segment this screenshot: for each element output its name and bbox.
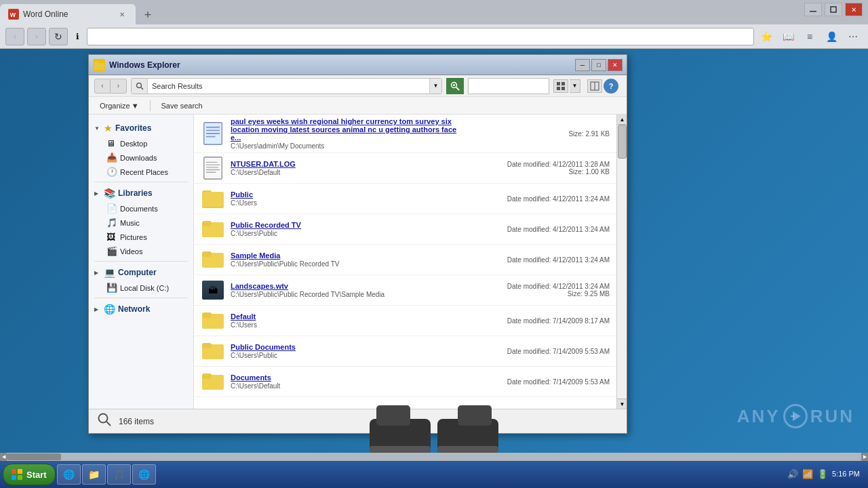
svg-point-41: [99, 414, 108, 423]
address-bar[interactable]: [87, 28, 754, 45]
svg-rect-40: [202, 373, 212, 379]
file-item[interactable]: Public C:\Users Date modified: 4/12/2011…: [194, 184, 616, 214]
h-scroll-left[interactable]: ◀: [0, 453, 7, 461]
file-name[interactable]: NTUSER.DAT.LOG: [231, 160, 469, 168]
file-name[interactable]: Sample Media: [231, 251, 469, 260]
file-meta: Date modified: 7/14/2009 8:17 AM: [474, 317, 610, 325]
anyrun-watermark: ANY RUN: [737, 404, 854, 428]
organize-menu[interactable]: Organize ▼: [94, 100, 144, 111]
network-tray-icon[interactable]: 📶: [802, 469, 813, 479]
file-meta: Size: 2.91 KB: [474, 130, 610, 138]
explorer-close-button[interactable]: ✕: [608, 59, 623, 71]
back-button[interactable]: ‹: [5, 28, 24, 45]
file-path: C:\Users\Public: [231, 230, 469, 237]
video-icon: 🏔: [202, 281, 224, 300]
file-name[interactable]: Public: [231, 190, 469, 199]
forward-button[interactable]: ›: [27, 28, 46, 45]
explorer-back-button[interactable]: ‹: [94, 79, 111, 94]
h-scroll-right[interactable]: ▶: [861, 453, 868, 461]
svg-rect-3: [831, 7, 836, 12]
svg-rect-13: [557, 87, 560, 90]
explorer-maximize-button[interactable]: □: [591, 59, 606, 71]
file-item[interactable]: NTUSER.DAT.LOG C:\Users\Default Date mod…: [194, 153, 616, 184]
libraries-chevron: ▶: [94, 190, 101, 197]
file-name[interactable]: Documents: [231, 373, 469, 382]
libraries-section[interactable]: ▶ 📚 Libraries: [89, 185, 193, 201]
h-scroll-thumb[interactable]: [7, 453, 61, 460]
bookmark-button[interactable]: ⭐: [757, 28, 776, 45]
sidebar-item-pictures[interactable]: 🖼 Pictures: [89, 230, 193, 244]
file-path: C:\Users\Public: [231, 352, 469, 359]
file-item[interactable]: Public Recorded TV C:\Users\Public Date …: [194, 214, 616, 245]
view-layout-button[interactable]: [553, 79, 568, 93]
new-tab-button[interactable]: +: [138, 5, 157, 24]
scroll-thumb[interactable]: [618, 125, 627, 159]
browser-chrome: W Word Online ✕ + ✕ ‹ › ↻ ℹ ⭐ 📖 ≡: [0, 0, 868, 49]
desktop-scrollbar-h[interactable]: ◀ ▶: [0, 453, 868, 461]
preview-pane-button[interactable]: [587, 79, 602, 93]
volume-icon[interactable]: 🔊: [787, 469, 798, 479]
system-clock[interactable]: 5:16 PM: [832, 469, 860, 479]
profile-button[interactable]: 👤: [822, 28, 841, 45]
file-icon-container: [201, 308, 225, 333]
scroll-up-button[interactable]: ▲: [617, 115, 627, 125]
taskbar-item-ie[interactable]: 🌐: [57, 464, 81, 485]
computer-section[interactable]: ▶ 💻 Computer: [89, 264, 193, 281]
save-search-menu[interactable]: Save search: [156, 100, 208, 111]
taskbar-item-ie2[interactable]: 🌐: [132, 464, 156, 485]
reading-view-button[interactable]: 📖: [778, 28, 797, 45]
favorites-chevron: ▼: [94, 125, 101, 131]
computer-chevron: ▶: [94, 270, 101, 276]
sidebar-item-videos[interactable]: 🎬 Videos: [89, 244, 193, 258]
pictures-label: Pictures: [120, 233, 147, 241]
search-dropdown-button[interactable]: ▼: [429, 79, 441, 94]
file-name[interactable]: Public Recorded TV: [231, 221, 469, 229]
file-name[interactable]: Public Documents: [231, 343, 469, 351]
start-button[interactable]: Start: [3, 464, 56, 485]
settings-button[interactable]: ⋯: [844, 28, 863, 45]
tab-close-button[interactable]: ✕: [117, 9, 127, 20]
file-info: Public Recorded TV C:\Users\Public: [231, 221, 469, 237]
hub-button[interactable]: ≡: [800, 28, 819, 45]
file-item[interactable]: paul eyes weeks wish regional higher cur…: [194, 115, 616, 153]
sidebar-item-desktop[interactable]: 🖥 Desktop: [89, 136, 193, 150]
browser-close-button[interactable]: ✕: [845, 3, 863, 16]
sidebar-item-downloads[interactable]: 📥 Downloads: [89, 150, 193, 165]
sidebar-item-documents[interactable]: 📄 Documents: [89, 201, 193, 216]
scroll-down-button[interactable]: ▼: [617, 399, 627, 409]
vertical-scrollbar[interactable]: ▲ ▼: [616, 115, 627, 409]
file-meta: Date modified: 7/14/2009 5:53 AM: [474, 378, 610, 386]
file-item[interactable]: Sample Media C:\Users\Public\Public Reco…: [194, 245, 616, 275]
file-meta: Date modified: 4/12/2011 3:24 AM: [474, 195, 610, 203]
help-button[interactable]: ?: [604, 79, 618, 94]
file-name[interactable]: Default: [231, 312, 469, 321]
local-disk-icon: 💾: [106, 283, 117, 293]
file-name[interactable]: Landscapes.wtv: [231, 282, 469, 290]
network-section[interactable]: ▶ 🌐 Network: [89, 301, 193, 317]
explorer-minimize-button[interactable]: ─: [575, 59, 590, 71]
view-dropdown-button[interactable]: ▼: [570, 79, 580, 93]
search-input[interactable]: [468, 78, 549, 94]
explorer-forward-button[interactable]: ›: [111, 79, 127, 94]
file-item[interactable]: Documents C:\Users\Default Date modified…: [194, 367, 616, 397]
sidebar-item-recent-places[interactable]: 🕐 Recent Places: [89, 165, 193, 179]
downloads-icon: 📥: [106, 152, 117, 163]
file-info: Landscapes.wtv C:\Users\Public\Public Re…: [231, 282, 469, 298]
file-name[interactable]: paul eyes weeks wish regional higher cur…: [231, 117, 469, 142]
sidebar-item-music[interactable]: 🎵 Music: [89, 216, 193, 230]
file-item[interactable]: Default C:\Users Date modified: 7/14/200…: [194, 306, 616, 336]
favorites-section[interactable]: ▼ ★ Favorites: [89, 120, 193, 136]
search-go-button[interactable]: [446, 78, 464, 94]
taskbar-item-wmp[interactable]: 🎵: [107, 464, 131, 485]
file-item[interactable]: 🏔 Landscapes.wtv C:\Users\Public\Public …: [194, 275, 616, 306]
browser-minimize-button[interactable]: [804, 3, 822, 16]
file-info: Public Documents C:\Users\Public: [231, 343, 469, 359]
file-item[interactable]: Public Documents C:\Users\Public Date mo…: [194, 336, 616, 367]
browser-restore-button[interactable]: [825, 3, 842, 16]
taskbar-item-explorer[interactable]: 📁: [82, 464, 106, 485]
active-tab[interactable]: W Word Online ✕: [0, 4, 136, 24]
battery-icon[interactable]: 🔋: [817, 469, 828, 479]
refresh-button[interactable]: ↻: [49, 28, 68, 45]
tab-title: Word Online: [23, 9, 113, 19]
sidebar-item-local-disk[interactable]: 💾 Local Disk (C:): [89, 281, 193, 295]
